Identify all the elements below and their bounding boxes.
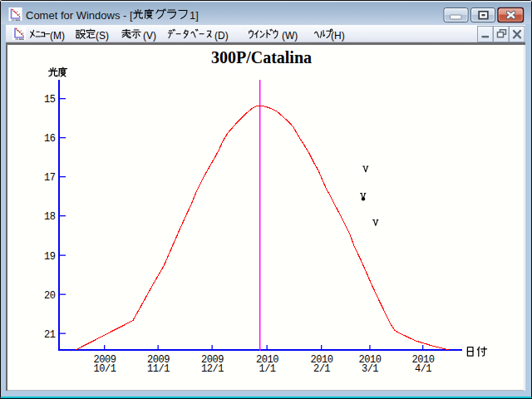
svg-text:12/1: 12/1 [201,363,224,375]
svg-text:3/1: 3/1 [362,363,378,375]
svg-text:Comet for Windows - [: Comet for Windows - [ [26,9,133,22]
svg-text:19: 19 [44,251,56,263]
svg-text:21: 21 [44,329,56,341]
svg-text:2/1: 2/1 [313,363,330,375]
svg-text:18: 18 [44,211,56,223]
svg-text:16: 16 [44,133,56,145]
svg-text:10/1: 10/1 [94,363,116,375]
svg-text:1/1: 1/1 [259,363,275,375]
svg-text:15: 15 [44,94,56,106]
svg-text:1]: 1] [190,9,199,22]
svg-text:(W): (W) [282,30,298,42]
svg-text:300P/Catalina: 300P/Catalina [211,48,312,66]
svg-text:(S): (S) [96,30,109,42]
svg-text:(M): (M) [50,30,65,42]
svg-text:(H): (H) [331,30,345,42]
svg-text:20: 20 [44,290,56,302]
svg-text:17: 17 [44,172,56,184]
svg-text:11/1: 11/1 [147,363,170,375]
svg-text:(V): (V) [143,30,156,42]
svg-text:(D): (D) [214,30,229,42]
svg-text:4/1: 4/1 [415,363,431,375]
